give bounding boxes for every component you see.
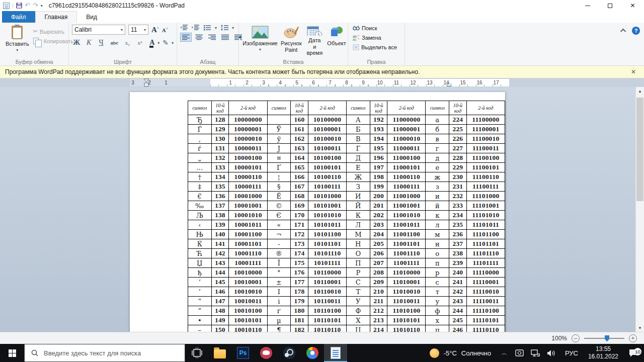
taskbar-icon-chrome[interactable] [301,344,324,362]
network-tray-icon[interactable] [527,349,543,357]
date-time-button[interactable]: Дата и время [304,25,326,57]
align-right-button[interactable] [206,33,218,42]
taskbar-icon-discord[interactable] [255,344,278,362]
font-family-combobox[interactable]: Calibri ▾ [72,25,125,35]
scroll-up-icon[interactable]: ▲ [636,87,644,95]
list-dropdown-icon[interactable]: ▾ [215,26,217,30]
taskbar-icon-photoshop[interactable]: Ps [231,344,255,362]
line-spacing-button[interactable] [220,25,228,31]
table-row: Џ14310001111Ї17510101111П20711001111п239… [188,258,505,268]
volume-tray-icon[interactable] [543,349,559,357]
font-size-combobox[interactable]: 11 ▾ [128,25,148,35]
wordpad-app-icon[interactable] [3,3,10,9]
strikethrough-button[interactable]: abc [109,40,120,46]
table-cell: 10110000 [308,268,346,278]
highlight-button[interactable]: ✎ [163,39,169,47]
table-cell: … [188,163,212,172]
group-clipboard: Вставить ▾ ✂ Вырезать Копировать Буфер о… [0,23,69,65]
table-cell: А [347,115,370,125]
align-left-button[interactable] [180,33,192,42]
collapse-ribbon-icon[interactable] [620,29,626,34]
action-center-button[interactable]: 10 [623,348,644,357]
taskbar-icon-steam[interactable] [278,344,301,362]
customize-quick-access-icon[interactable]: ▾ [41,4,43,8]
cut-button[interactable]: ✂ Вырезать [32,28,75,35]
table-cell: ¶ [267,325,291,332]
table-cell: 196 [370,153,387,163]
taskbar-icon-wordpad-active[interactable] [324,344,347,362]
windows-logo-icon [9,349,16,357]
italic-button[interactable]: К [84,39,93,47]
scroll-down-icon[interactable]: ▼ [636,324,644,332]
document-area[interactable]: символ10-й код2-й кодсимвол10-й код2-й к… [0,87,644,332]
taskbar-icon-explorer[interactable] [208,344,231,362]
highlight-dropdown-icon[interactable]: ▾ [172,41,174,45]
table-cell: 211 [370,297,387,306]
maximize-button[interactable] [599,0,621,11]
table-cell: с [426,278,449,287]
scrollbar-thumb[interactable] [636,98,643,201]
line-spacing-dropdown-icon[interactable]: ▾ [232,26,234,30]
grow-font-button[interactable]: А˄ [151,26,159,34]
language-indicator[interactable]: РУС [559,349,584,357]
justify-button[interactable] [219,33,231,42]
underline-button[interactable]: Ч [97,39,106,47]
weather-widget[interactable]: -5°C Солнечно [424,348,497,358]
table-cell: п [426,258,449,268]
tab-file[interactable]: Файл [2,11,35,23]
zoom-in-button[interactable]: + [629,334,637,342]
tablet-device-tray-icon[interactable] [512,349,527,357]
table-cell: С [347,278,370,287]
redo-icon[interactable]: ↷ [33,3,38,9]
save-icon[interactable] [16,3,22,9]
table-cell: 203 [370,220,387,230]
help-button[interactable]: ? [632,27,640,35]
zoom-slider-thumb[interactable] [605,335,609,342]
undo-icon[interactable]: ↶ [25,3,30,9]
table-cell: І [267,287,291,297]
tray-overflow-chevron-icon[interactable]: ︿ [497,349,512,357]
minimize-button[interactable] [576,0,599,11]
paste-button[interactable]: Вставить ▾ [3,25,32,57]
superscript-button[interactable]: x² [135,40,144,46]
select-all-button[interactable]: Выделить все [351,44,398,51]
shrink-font-button[interactable]: А˅ [162,27,168,33]
insert-object-button[interactable]: Объект [325,25,348,57]
zoom-slider[interactable] [584,338,624,339]
table-cell: 10000100 [229,153,267,163]
bold-button[interactable]: Ж [72,39,81,47]
subscript-button[interactable]: x₂ [123,40,132,46]
replace-button[interactable]: abac Замена [351,34,398,41]
start-button[interactable] [0,344,24,362]
decrease-indent-button[interactable] [180,25,188,31]
align-center-button[interactable] [193,33,205,42]
table-cell: 212 [370,306,387,316]
table-cell: 242 [449,287,466,297]
tab-home[interactable]: Главная [35,11,77,23]
tab-view[interactable]: Вид [77,11,106,23]
vertical-scrollbar[interactable]: ▲ ▼ [635,87,644,332]
insert-image-button[interactable]: Изображение ▾ [242,25,278,57]
copy-button[interactable]: Копировать [32,37,75,45]
increase-indent-button[interactable] [192,25,200,31]
table-cell: 199 [370,182,387,192]
close-button[interactable]: ✕ [621,0,644,11]
ruler-number: 9 [362,79,365,86]
font-color-button[interactable]: А [149,39,154,47]
zoom-out-button[interactable]: – [572,334,580,342]
group-label-paragraph: Абзац [177,59,238,65]
table-cell: 231 [449,182,466,192]
select-all-label: Выделить все [361,44,397,50]
task-view-button[interactable] [185,344,208,362]
table-cell: 145 [211,278,229,287]
taskbar-search-input[interactable]: Введите здесь текст для поиска [24,344,185,362]
warning-close-icon[interactable]: ✕ [628,68,639,75]
list-button[interactable] [203,25,211,31]
paint-drawing-button[interactable]: Рисунок Paint [278,25,304,57]
font-color-dropdown-icon[interactable]: ▾ [157,41,159,45]
table-cell: 240 [449,268,466,278]
clock[interactable]: 13:55 16.01.2022 [584,345,623,360]
document-page[interactable]: символ10-й код2-й кодсимвол10-й код2-й к… [130,92,505,332]
paint-drawing-label: Рисунок Paint [281,40,302,53]
find-button[interactable]: Поиск [351,25,398,32]
